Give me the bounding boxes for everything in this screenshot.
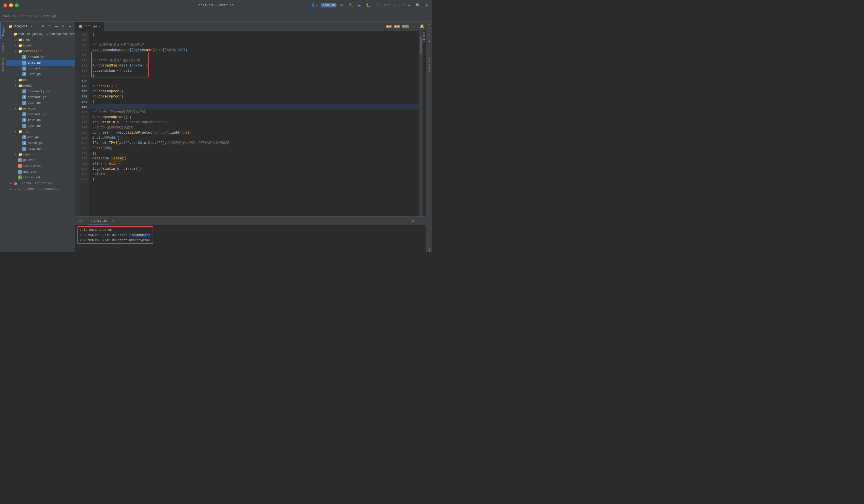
close-button[interactable]: [3, 3, 7, 7]
side-tab-notifications[interactable]: Notifications: [426, 22, 432, 45]
tree-item-chat-go[interactable]: G chat.go: [6, 60, 75, 66]
sidebar-dropdown-icon[interactable]: ▾: [31, 25, 32, 28]
stop-icon[interactable]: ⬛: [374, 3, 382, 8]
window-controls: [3, 3, 19, 7]
tree-item-model[interactable]: ▾ 📁 model: [6, 83, 75, 89]
tree-item-md5-go[interactable]: G md5.go: [6, 134, 75, 140]
debug-icon[interactable]: 🐛: [364, 3, 372, 8]
undo-icon[interactable]: ↩: [407, 3, 412, 8]
tree-label-view: view: [22, 153, 30, 156]
git-badge[interactable]: chat-im: [321, 3, 336, 8]
tree-item-user-go3[interactable]: G user.go: [6, 123, 75, 129]
line-numbers: 166 167 168 169 170 171 172 173 174 175 …: [75, 31, 89, 217]
minimize-button[interactable]: [9, 3, 13, 7]
spacer-attach: [18, 55, 22, 59]
file-icon-user3: G: [22, 124, 26, 128]
sidebar-collapse-icon[interactable]: ≡: [47, 24, 52, 29]
tree-item-mnt[interactable]: ▶ 📁 mnt: [6, 77, 75, 83]
tree-item-service[interactable]: ▾ 📁 service: [6, 106, 75, 111]
tree-item-args[interactable]: ▶ 📁 args: [6, 37, 75, 43]
ln-176: 176: [75, 84, 87, 89]
breadcrumb-sep-2: /: [40, 15, 42, 18]
tree-item-gomod[interactable]: M go.mod: [6, 157, 75, 163]
run-tab-close[interactable]: ✕: [111, 219, 113, 223]
side-tab-structure[interactable]: Structure: [426, 56, 432, 73]
tree-item-contact-go3[interactable]: G contact.go: [6, 111, 75, 117]
spacer-user: [18, 72, 22, 76]
code-line-177: go udpsendproc(): [89, 89, 419, 94]
tree-label-contact-go: contact.go: [27, 67, 47, 70]
ln-178: 178: [75, 94, 87, 99]
warning-badge: ▲ 4: [386, 25, 392, 28]
settings-icon[interactable]: ⚙: [424, 3, 429, 8]
ln-192: 192: [75, 166, 87, 171]
tree-arrow-view: ▶: [13, 152, 18, 157]
sidebar-settings-icon[interactable]: ⚙: [61, 24, 66, 29]
tree-item-readme[interactable]: R readme.md: [6, 175, 75, 180]
code-content[interactable]: } // 用来存放发送的要广播的数据 var udpsendchan chan …: [89, 31, 419, 217]
side-tab-make[interactable]: make: [426, 245, 432, 252]
ln-189: 189: [75, 151, 87, 156]
search-icon[interactable]: 🔍: [414, 3, 422, 8]
run-settings-icon[interactable]: ⚙: [411, 218, 416, 224]
side-tab-commit[interactable]: Commit: [0, 39, 6, 56]
spacer-main: [13, 170, 18, 174]
tree-item-user-go2[interactable]: G user.go: [6, 100, 75, 106]
tab-chat-go[interactable]: G chat.go ✕: [75, 22, 104, 31]
bottom-tab-run[interactable]: ▶ chat-im: [88, 217, 109, 225]
sidebar-locate-icon[interactable]: ⊕: [40, 24, 45, 29]
tree-item-community-go[interactable]: G community.go: [6, 89, 75, 94]
scrollbar-track[interactable]: [419, 31, 422, 217]
maximize-button[interactable]: [15, 3, 19, 7]
tree-arrow-util: ▾: [13, 129, 18, 134]
tab-more-icon[interactable]: ⋮: [412, 24, 418, 29]
breadcrumb-part-3[interactable]: chat.go: [43, 15, 56, 18]
run-output-line-0: init data base ok: [80, 228, 151, 233]
run-close-icon[interactable]: —: [418, 218, 423, 224]
tree-item-init-go[interactable]: G init.go: [6, 117, 75, 123]
tree-item-util[interactable]: ▾ 📁 util: [6, 129, 75, 134]
build-icon[interactable]: 🔨: [347, 3, 355, 8]
tree-item-main-go[interactable]: G main.go: [6, 169, 75, 175]
scrollbar-thumb[interactable]: [420, 37, 422, 54]
tree-item-index-html[interactable]: H index.html: [6, 163, 75, 169]
code-line-189: }): [89, 151, 419, 156]
tree-item-contact-go2[interactable]: G contact.go: [6, 94, 75, 100]
breadcrumb: chat-im / controller / chat.go: [2, 15, 56, 18]
minimap: [422, 31, 426, 217]
breadcrumb-toolbar: chat-im / controller / chat.go: [0, 11, 432, 22]
user-icon[interactable]: 👤▾: [309, 3, 319, 8]
tree-item-scratches[interactable]: ▶ ✏ Scratches and Consoles: [6, 186, 75, 192]
spacer-readme: [13, 175, 18, 180]
tree-label-user-go2: user.go: [27, 101, 41, 105]
tree-item-parse-go[interactable]: G parse.go: [6, 140, 75, 146]
tree-item-ext-libs[interactable]: ▶ 📚 External Libraries: [6, 180, 75, 186]
sidebar-expand-icon[interactable]: ⟷: [54, 24, 59, 29]
sidebar-close-icon[interactable]: —: [68, 24, 73, 29]
tree-label-parse-go: parse.go: [27, 142, 43, 145]
code-line-166: }: [89, 32, 419, 37]
tab-close-button[interactable]: ✕: [99, 25, 100, 28]
spacer-user2: [18, 101, 22, 105]
refresh-icon[interactable]: ⟳: [339, 3, 345, 8]
minimap-bar-6: [423, 39, 425, 40]
tree-item-controller[interactable]: ▾ 📁 controller: [6, 48, 75, 54]
tree-item-attach-go[interactable]: G attach.go: [6, 54, 75, 60]
side-tab-project[interactable]: Project: [0, 22, 6, 39]
tree-item-root[interactable]: ▾ 📁 chat-im [hello] ~/Code/goRoot/src/ch…: [6, 31, 75, 37]
folder-icon-asset: 📁: [18, 43, 22, 48]
code-editor[interactable]: 166 167 168 169 170 171 172 173 174 175 …: [75, 31, 426, 217]
breadcrumb-part-1[interactable]: chat-im: [2, 15, 15, 18]
run-icon[interactable]: ▶: [357, 3, 362, 8]
file-icon-contact2: G: [22, 95, 26, 99]
side-tab-bookmarks[interactable]: Bookmarks: [0, 56, 6, 73]
tab-bar: G chat.go ✕ ▲ 4 ▲ 8 ✓ 31 ⋮ 🔔: [75, 22, 426, 31]
breadcrumb-part-2[interactable]: controller: [20, 15, 39, 18]
tree-item-asset[interactable]: ▶ 📁 asset: [6, 43, 75, 48]
notif-toggle-icon[interactable]: 🔔: [418, 24, 426, 29]
tree-item-contact-go[interactable]: G contact.go: [6, 66, 75, 71]
tree-item-resp-go[interactable]: G resp.go: [6, 146, 75, 152]
tree-arrow-root: ▾: [9, 32, 13, 36]
tree-item-user-go[interactable]: G user.go: [6, 71, 75, 77]
tree-item-view[interactable]: ▶ 📁 view: [6, 152, 75, 157]
